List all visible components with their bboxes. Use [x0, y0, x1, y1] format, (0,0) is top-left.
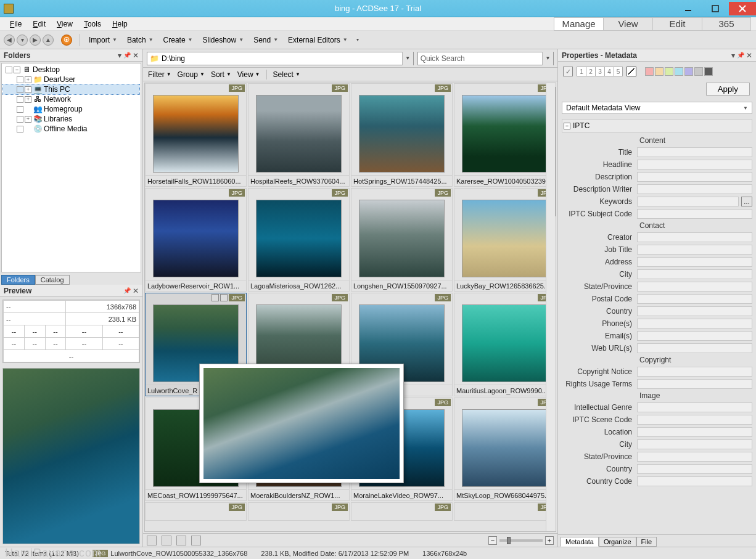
footer-icon[interactable]	[176, 536, 186, 545]
tag-checkbox[interactable]: ✓	[563, 67, 573, 76]
field-input[interactable]	[637, 172, 752, 182]
zoom-out-button[interactable]: −	[488, 536, 497, 545]
send-dropdown[interactable]: Send▼	[252, 35, 279, 46]
tab-organize[interactable]: Organize	[599, 537, 636, 547]
iptc-section-header[interactable]: − IPTC	[562, 119, 752, 133]
mode-view[interactable]: View	[603, 17, 652, 31]
vertical-scrollbar[interactable]	[546, 83, 556, 531]
expand-icon[interactable]: +	[25, 76, 31, 83]
field-input[interactable]	[637, 245, 752, 255]
node-checkbox[interactable]	[17, 116, 23, 123]
field-input[interactable]	[637, 402, 752, 412]
field-input[interactable]	[637, 427, 752, 437]
footer-icon[interactable]	[147, 536, 157, 545]
panel-menu-icon[interactable]: ▾	[731, 51, 735, 60]
thumbnail-card[interactable]: JPG	[454, 502, 556, 521]
back-button[interactable]: ◀	[4, 35, 15, 46]
node-checkbox[interactable]	[6, 67, 12, 73]
batch-dropdown[interactable]: Batch▼	[126, 35, 155, 46]
close-panel-icon[interactable]: ✕	[133, 51, 139, 60]
field-input[interactable]	[637, 269, 752, 279]
menu-file[interactable]: File	[5, 18, 27, 30]
thumbnail-card[interactable]: JPG	[145, 502, 247, 521]
zoom-in-button[interactable]: +	[545, 536, 554, 545]
folder-tree[interactable]: − 🖥 Desktop + 📁 DearUser + 💻 This PC + 🖧…	[1, 63, 141, 272]
footer-icon[interactable]	[191, 536, 201, 545]
metadata-view-dropdown[interactable]: Default Metadata View ▼	[562, 102, 752, 114]
field-input[interactable]	[637, 464, 752, 474]
mode-edit[interactable]: Edit	[652, 17, 702, 31]
filter-dropdown[interactable]: Filter▼	[148, 70, 171, 79]
field-input[interactable]	[637, 209, 752, 219]
apply-button[interactable]: Apply	[706, 83, 750, 96]
toolbar-overflow[interactable]: ▾	[356, 37, 359, 43]
expand-icon[interactable]: +	[25, 116, 31, 123]
mode-365[interactable]: 365	[702, 17, 751, 31]
thumbnail-area[interactable]: JPG HorsetailFalls_ROW1186060...JPG Hosp…	[144, 83, 556, 532]
thumbnail-card[interactable]: JPG LagoaMisteriosa_ROW1262...	[248, 188, 350, 292]
color-label-button[interactable]	[675, 67, 683, 76]
field-input[interactable]	[637, 147, 752, 157]
tree-node[interactable]: 👥 Homegroup	[3, 104, 139, 114]
group-dropdown[interactable]: Group▼	[178, 70, 205, 79]
tree-node[interactable]: 💿 Offline Media	[3, 124, 139, 134]
expand-icon[interactable]: +	[25, 86, 31, 93]
field-input[interactable]	[637, 294, 752, 304]
view-dropdown[interactable]: View▼	[237, 70, 260, 79]
field-input[interactable]	[637, 257, 752, 267]
node-checkbox[interactable]	[17, 86, 23, 93]
footer-icon[interactable]	[162, 536, 171, 545]
menu-tools[interactable]: Tools	[79, 18, 106, 30]
rating-2-button[interactable]: 2	[586, 67, 595, 76]
node-checkbox[interactable]	[17, 126, 23, 133]
field-input[interactable]	[637, 232, 752, 242]
field-input[interactable]	[637, 343, 752, 353]
thumbnail-card[interactable]: JPG HorsetailFalls_ROW1186060...	[145, 83, 247, 187]
menu-edit[interactable]: Edit	[28, 18, 51, 30]
overlay-icon[interactable]	[212, 294, 219, 301]
panel-menu-icon[interactable]: ▾	[118, 51, 121, 60]
minimize-button[interactable]	[675, 2, 702, 15]
thumbnail-card[interactable]: JPG HospitalReefs_ROW9370604...	[248, 83, 350, 187]
field-input[interactable]	[637, 367, 752, 377]
color-label-button[interactable]	[694, 67, 703, 76]
node-checkbox[interactable]	[17, 106, 23, 113]
create-dropdown[interactable]: Create▼	[162, 35, 194, 46]
back-history-button[interactable]: ▾	[17, 35, 28, 46]
external-editors-dropdown[interactable]: External Editors▼	[287, 35, 349, 46]
pin-icon[interactable]: 📌	[737, 52, 744, 59]
field-input[interactable]	[637, 452, 752, 462]
up-button[interactable]: ▲	[43, 35, 54, 46]
path-dropdown[interactable]: ▼	[402, 52, 413, 65]
tree-node[interactable]: + 📚 Libraries	[3, 114, 139, 124]
field-input[interactable]	[637, 331, 752, 341]
color-label-button[interactable]	[665, 67, 673, 76]
thumbnail-card[interactable]: JPG Longshen_ROW1550970927...	[351, 188, 453, 292]
tab-metadata[interactable]: Metadata	[561, 537, 599, 547]
forward-button[interactable]: ▶	[30, 35, 41, 46]
rating-3-button[interactable]: 3	[595, 67, 604, 76]
field-input[interactable]	[637, 306, 752, 316]
thumbnail-card[interactable]: JPG	[351, 502, 453, 521]
slider-track[interactable]	[499, 539, 543, 542]
quick-search-dropdown[interactable]: ▼	[542, 52, 553, 65]
slider-knob[interactable]	[507, 537, 511, 544]
thumbnail-card[interactable]: JPG LuckyBay_ROW1265836625...	[454, 188, 556, 292]
close-panel-icon[interactable]: ✕	[746, 51, 752, 60]
maximize-button[interactable]	[702, 2, 729, 15]
thumbnail-card[interactable]: JPG HotSprings_ROW157448425...	[351, 83, 453, 187]
tab-folders[interactable]: Folders	[1, 275, 35, 285]
thumbnail-card[interactable]: JPG MauritiusLagoon_ROW9990...	[454, 293, 556, 396]
overlay-icon[interactable]	[220, 294, 228, 301]
tree-node[interactable]: + 🖧 Network	[3, 94, 139, 104]
home-button[interactable]: ⦿	[61, 35, 72, 46]
tree-node[interactable]: + 📁 DearUser	[3, 75, 139, 84]
field-input[interactable]	[637, 319, 752, 328]
field-input[interactable]	[637, 439, 752, 449]
scrollbar-thumb[interactable]	[555, 87, 556, 216]
clear-rating-button[interactable]	[627, 67, 636, 76]
mode-manage[interactable]: Manage	[554, 17, 603, 31]
menu-view[interactable]: View	[52, 18, 78, 30]
field-input[interactable]	[637, 476, 752, 486]
thumbnail-card[interactable]: JPG LadybowerReservoir_ROW1...	[145, 188, 247, 292]
